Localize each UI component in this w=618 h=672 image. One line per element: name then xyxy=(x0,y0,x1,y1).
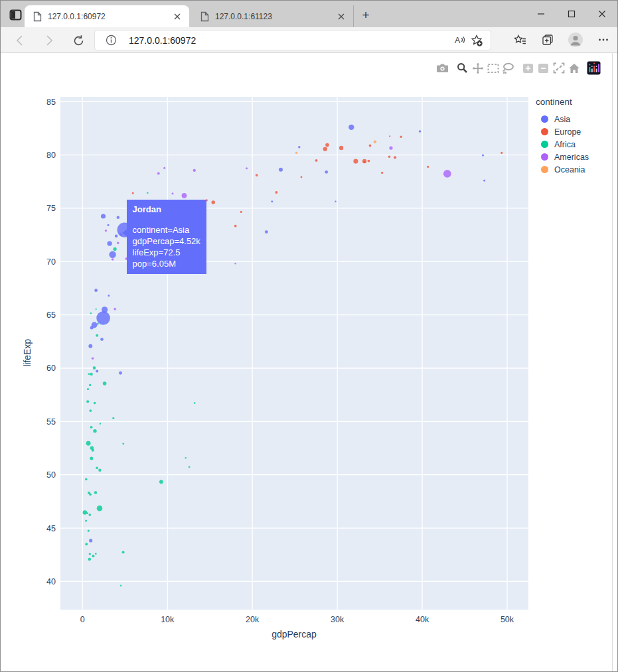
tab-close-icon[interactable] xyxy=(336,11,347,22)
data-point[interactable] xyxy=(295,152,297,154)
data-point[interactable] xyxy=(90,326,94,330)
data-point[interactable] xyxy=(400,136,402,139)
collections-icon[interactable] xyxy=(539,31,556,48)
zoom-in-icon[interactable] xyxy=(520,61,536,75)
data-point[interactable] xyxy=(388,156,391,159)
data-point[interactable] xyxy=(101,214,106,218)
data-point[interactable] xyxy=(185,457,187,458)
data-point[interactable] xyxy=(189,466,191,468)
profile-avatar[interactable] xyxy=(567,31,584,48)
data-point[interactable] xyxy=(211,200,214,204)
data-point[interactable] xyxy=(234,263,236,265)
data-point[interactable] xyxy=(96,308,97,310)
legend-item-asia[interactable]: Asia xyxy=(536,113,589,125)
close-window-button[interactable] xyxy=(587,1,617,27)
address-bar[interactable]: 127.0.0.1:60972 A xyxy=(95,31,491,50)
data-point[interactable] xyxy=(335,200,336,202)
data-point[interactable] xyxy=(86,441,91,446)
box-select-icon[interactable] xyxy=(485,61,501,75)
data-point[interactable] xyxy=(113,247,116,251)
add-favorite-icon[interactable] xyxy=(468,32,485,49)
data-point[interactable] xyxy=(98,469,101,472)
data-point[interactable] xyxy=(96,370,98,372)
data-point[interactable] xyxy=(112,417,114,419)
data-point[interactable] xyxy=(157,172,160,174)
data-point[interactable] xyxy=(89,409,92,412)
data-point[interactable] xyxy=(147,192,149,194)
reset-home-icon[interactable] xyxy=(566,61,581,75)
data-point[interactable] xyxy=(368,160,370,163)
data-point[interactable] xyxy=(240,211,242,213)
data-point[interactable] xyxy=(374,141,377,144)
data-point[interactable] xyxy=(163,167,165,169)
data-point[interactable] xyxy=(325,170,328,174)
legend-item-africa[interactable]: Africa xyxy=(536,138,589,151)
data-point[interactable] xyxy=(94,491,97,494)
data-point[interactable] xyxy=(90,426,93,429)
data-point[interactable] xyxy=(88,513,91,516)
data-point[interactable] xyxy=(90,373,92,375)
data-point[interactable] xyxy=(394,156,396,159)
data-point[interactable] xyxy=(182,193,187,198)
camera-icon[interactable] xyxy=(435,61,450,75)
data-point[interactable] xyxy=(419,130,421,132)
data-point[interactable] xyxy=(389,135,390,137)
data-point[interactable] xyxy=(85,478,88,481)
new-tab-button[interactable]: + xyxy=(359,9,372,22)
zoom-icon[interactable] xyxy=(455,61,470,75)
data-point[interactable] xyxy=(315,159,318,162)
data-point[interactable] xyxy=(93,429,96,433)
tab-actions-menu-icon[interactable] xyxy=(7,8,24,21)
data-point[interactable] xyxy=(132,192,134,194)
forward-icon[interactable] xyxy=(40,32,58,49)
data-point[interactable] xyxy=(95,553,97,555)
data-point[interactable] xyxy=(108,295,110,297)
data-point[interactable] xyxy=(83,510,88,515)
data-point[interactable] xyxy=(256,174,258,176)
data-point[interactable] xyxy=(363,161,365,163)
data-point[interactable] xyxy=(234,225,237,228)
data-point[interactable] xyxy=(120,584,122,586)
data-point[interactable] xyxy=(246,167,248,169)
data-point[interactable] xyxy=(275,191,278,194)
reload-icon[interactable] xyxy=(70,32,87,49)
data-point[interactable] xyxy=(88,530,90,532)
data-point[interactable] xyxy=(117,216,119,219)
data-point[interactable] xyxy=(89,493,92,496)
data-point[interactable] xyxy=(96,466,98,469)
data-point[interactable] xyxy=(323,147,327,151)
maximize-button[interactable] xyxy=(556,1,587,27)
autoscale-icon[interactable] xyxy=(551,61,566,75)
legend-item-americas[interactable]: Americas xyxy=(536,151,589,163)
data-point[interactable] xyxy=(94,289,98,292)
data-point[interactable] xyxy=(122,442,124,444)
tab-close-icon[interactable] xyxy=(172,11,183,22)
plotly-logo-icon[interactable] xyxy=(586,61,601,75)
data-point[interactable] xyxy=(102,306,108,312)
read-aloud-icon[interactable]: A xyxy=(451,32,468,49)
data-point[interactable] xyxy=(482,155,484,157)
more-menu-icon[interactable] xyxy=(595,31,612,48)
data-point[interactable] xyxy=(90,312,92,314)
data-point[interactable] xyxy=(88,344,92,348)
data-point[interactable] xyxy=(96,311,110,325)
data-point[interactable] xyxy=(90,456,93,460)
data-point[interactable] xyxy=(501,152,502,154)
data-point[interactable] xyxy=(100,423,101,425)
data-point[interactable] xyxy=(105,230,107,232)
pan-icon[interactable] xyxy=(470,61,485,75)
data-point[interactable] xyxy=(89,553,91,555)
data-point[interactable] xyxy=(339,146,343,150)
tab-2[interactable]: 127.0.0.1:61123 xyxy=(192,5,354,27)
data-point[interactable] xyxy=(88,558,92,561)
data-point[interactable] xyxy=(115,234,118,237)
data-point[interactable] xyxy=(271,200,273,202)
data-point[interactable] xyxy=(171,192,173,194)
data-point[interactable] xyxy=(279,168,283,172)
data-point[interactable] xyxy=(89,539,92,542)
favorites-bar-icon[interactable] xyxy=(511,31,528,48)
data-point[interactable] xyxy=(96,334,98,337)
scatter-plot[interactable]: 010k20k30k40k50k40455055606570758085 xyxy=(1,53,618,672)
data-point[interactable] xyxy=(103,381,107,385)
data-point[interactable] xyxy=(119,371,122,375)
